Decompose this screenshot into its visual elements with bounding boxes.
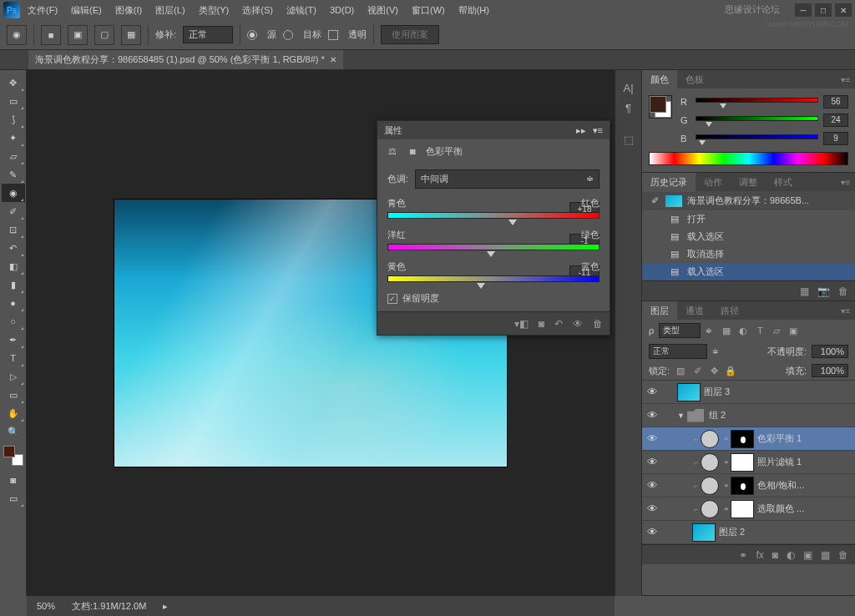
b-slider[interactable] [696,134,818,143]
visibility-icon[interactable]: 👁 [642,526,662,538]
snapshot-icon[interactable]: 📷 [817,285,830,297]
color-balance-slider[interactable] [387,275,600,282]
patch-mode-select[interactable]: 正常 [183,26,233,43]
kind-select[interactable]: 类型 [659,323,701,338]
brush-tool[interactable]: ✐ [2,202,25,220]
doc-size[interactable]: 文档:1.91M/12.0M [72,600,146,613]
reset-icon[interactable]: ↶ [554,318,563,330]
menu-file[interactable]: 文件(F) [22,2,63,19]
panel-menu-icon[interactable]: ▾≡ [836,306,855,316]
layer-mask[interactable] [731,500,754,518]
visibility-icon[interactable]: 👁 [642,502,662,515]
layer-row[interactable]: 👁图层 3 [642,381,855,404]
target-radio[interactable] [283,30,293,40]
fill-value[interactable]: 100% [812,364,848,377]
layer-row[interactable]: 👁▼组 2 [642,404,855,427]
layer-row[interactable]: 👁⌐◐⚭选取颜色 ... [642,497,855,521]
menu-help[interactable]: 帮助(H) [453,2,495,19]
tab-styles[interactable]: 样式 [766,173,801,192]
link-layers-icon[interactable]: ⚭ [739,549,747,561]
lock-trans-icon[interactable]: ▨ [675,365,686,376]
gradient-tool[interactable]: ▮ [2,275,25,294]
pen-tool[interactable]: ✒ [2,331,25,349]
history-brush-tool[interactable]: ↶ [2,239,25,257]
tab-layers[interactable]: 图层 [642,301,677,321]
b-value[interactable]: 9 [823,132,848,145]
color-fgbg-swatch[interactable] [649,95,672,119]
mask-icon[interactable]: ◙ [772,549,778,561]
tab-swatches[interactable]: 色板 [677,70,712,89]
zoom-value[interactable]: 50% [37,601,55,611]
character-panel-icon[interactable]: A| [620,80,637,95]
panel-menu-icon[interactable]: ▾≡ [836,178,855,187]
maximize-button[interactable]: □ [815,3,832,17]
visibility-icon[interactable]: 👁 [642,432,662,445]
visibility-icon[interactable]: 👁 [642,456,662,468]
g-slider[interactable] [696,116,818,124]
visibility-icon[interactable]: 👁 [642,479,662,492]
layer-thumb[interactable] [692,523,716,542]
history-item[interactable]: ▤载入选区 [642,228,855,245]
layer-mask[interactable] [731,430,754,448]
collapse-icon[interactable]: ▸▸ [576,125,586,136]
trash-icon[interactable]: 🗑 [593,318,603,330]
close-icon[interactable]: ✕ [330,55,336,64]
layer-row[interactable]: 👁⌐◐⚭色彩平衡 1 [642,427,855,451]
fx-icon[interactable]: fx [756,549,763,561]
quickmask-tool[interactable]: ◙ [2,471,25,489]
layer-name[interactable]: 色彩平衡 1 [757,432,802,445]
transparent-check[interactable] [328,30,338,40]
adjustment-icon[interactable]: ◐ [787,549,795,561]
new-layer-icon[interactable]: ▦ [821,549,830,561]
menu-type[interactable]: 类型(Y) [193,2,235,19]
zoom-tool[interactable]: 🔍 [2,422,25,441]
layer-row[interactable]: 👁⌐◐⚭照片滤镜 1 [642,451,855,474]
r-slider[interactable] [696,98,818,106]
intersect-selection-icon[interactable]: ▦ [121,25,141,45]
tab-actions[interactable]: 动作 [696,173,731,192]
layer-name[interactable]: 组 2 [709,409,726,422]
filter-type-icon[interactable]: T [754,325,766,336]
source-radio[interactable] [247,30,257,40]
color-balance-slider[interactable] [387,212,600,219]
history-snapshot[interactable]: ✐ 海景调色教程分享：98665B... [642,191,855,210]
create-doc-icon[interactable]: ▦ [800,285,809,297]
use-pattern-button[interactable]: 使用图案 [381,25,439,44]
3d-panel-icon[interactable]: ⬚ [620,132,637,147]
preserve-lum-check[interactable]: ✓ [387,294,397,304]
stamp-tool[interactable]: ⊡ [2,220,25,239]
subtract-selection-icon[interactable]: ▢ [94,25,114,45]
document-tab[interactable]: 海景调色教程分享：986658485 (1).psd @ 50% (色彩平衡 1… [28,50,343,69]
filter-smart-icon[interactable]: ▣ [787,325,799,336]
g-value[interactable]: 24 [823,114,848,127]
menu-edit[interactable]: 编辑(E) [65,2,108,19]
properties-header[interactable]: 属性 ▸▸ ▾≡ [377,121,610,139]
history-item[interactable]: ▤取消选择 [642,245,855,263]
color-spectrum[interactable] [649,152,848,165]
lock-pos-icon[interactable]: ✥ [708,365,720,376]
color-balance-slider[interactable] [387,244,600,250]
tab-paths[interactable]: 路径 [712,301,747,321]
lasso-tool[interactable]: ⟆ [2,110,25,129]
group-icon[interactable]: ▣ [803,549,812,561]
marquee-tool[interactable]: ▭ [2,92,25,110]
visibility-icon[interactable]: 👁 [642,409,662,422]
clip-icon[interactable]: ▾◧ [514,318,529,330]
patch-tool[interactable]: ◉ [2,184,25,202]
close-button[interactable]: ✕ [835,3,852,17]
menu-filter[interactable]: 滤镜(T) [281,2,322,19]
chevron-right-icon[interactable]: ▸ [163,601,168,612]
crop-tool[interactable]: ▱ [2,147,25,165]
paragraph-panel-icon[interactable]: ¶ [620,100,637,115]
new-selection-icon[interactable]: ■ [41,25,61,45]
layer-name[interactable]: 色相/饱和... [757,479,804,492]
filter-adj-icon[interactable]: ◐ [737,325,749,336]
lock-all-icon[interactable]: 🔒 [725,365,736,376]
prev-state-icon[interactable]: ◙ [539,318,544,330]
wand-tool[interactable]: ✦ [2,129,25,147]
r-value[interactable]: 56 [823,95,848,109]
menu-window[interactable]: 窗口(W) [406,2,451,19]
visibility-icon[interactable]: 👁 [573,318,583,330]
tone-select[interactable]: 中间调 ≑ [415,169,600,189]
layer-name[interactable]: 选取颜色 ... [757,502,804,515]
